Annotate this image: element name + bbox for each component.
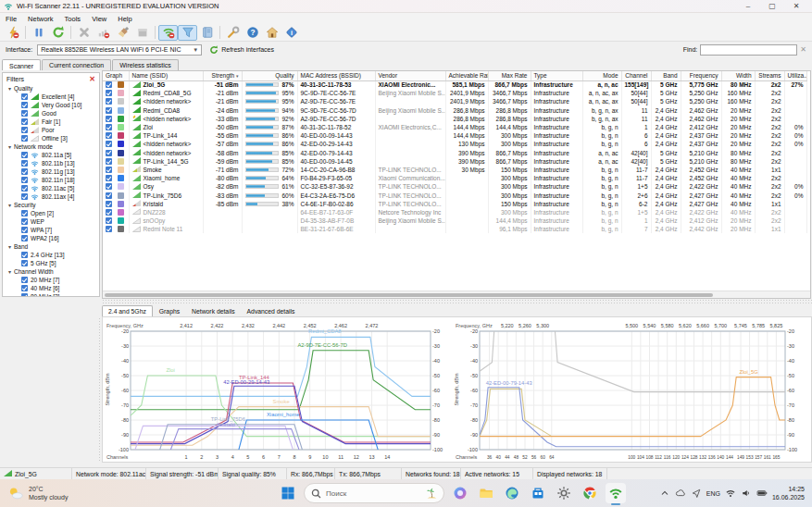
column-header-channel[interactable]: Channel xyxy=(621,71,651,80)
filter-item[interactable]: Very Good [10] xyxy=(3,101,99,109)
table-row[interactable]: TP-Link_144_5G-59 dBm85%40-ED-00-09-14-4… xyxy=(103,157,806,166)
taskbar-copilot[interactable] xyxy=(450,483,470,503)
table-row[interactable]: Redmi_CDA8_5G-21 dBm95%9C-9D-7E-CC-56-7E… xyxy=(103,89,806,97)
checkbox-checked[interactable] xyxy=(106,201,112,207)
filter-item[interactable]: WPA2 [16] xyxy=(3,234,99,242)
clear-find-icon[interactable]: ✕ xyxy=(800,45,806,54)
checkbox-checked[interactable] xyxy=(21,185,28,192)
collapse-icon[interactable]: ▾ xyxy=(8,243,11,250)
column-header-utiliza-[interactable]: Utiliza... xyxy=(784,71,806,80)
checkbox-checked[interactable] xyxy=(106,98,112,105)
refresh-interfaces-button[interactable]: Refresh interfaces xyxy=(209,45,274,55)
column-header-mac-address-bssid-[interactable]: MAC Address (BSSID) xyxy=(297,71,375,80)
toolbar-pause-scan-button[interactable] xyxy=(29,25,48,41)
menu-view[interactable]: View xyxy=(86,15,112,23)
toolbar-homepage-button[interactable] xyxy=(262,25,281,41)
checkbox-checked[interactable] xyxy=(21,102,28,108)
checkbox-checked[interactable] xyxy=(106,81,112,88)
toolbar-help-button[interactable]: ? xyxy=(243,25,262,41)
checkbox-checked[interactable] xyxy=(21,152,28,158)
toolbar-options-button[interactable] xyxy=(223,25,243,41)
column-header-strength[interactable]: Strength ▾ xyxy=(203,71,242,80)
checkbox-checked[interactable] xyxy=(106,116,112,122)
checkbox-checked[interactable] xyxy=(21,252,28,258)
table-row[interactable]: Osy-82 dBm61%CC-32-E5-87-36-92TP-LINK TE… xyxy=(103,182,806,191)
checkbox-checked[interactable] xyxy=(106,132,112,139)
filter-item[interactable]: 802.11n [18] xyxy=(3,176,99,184)
checkbox-checked[interactable] xyxy=(106,90,112,96)
toolbar-archive-button[interactable] xyxy=(132,25,152,41)
menu-tools[interactable]: Tools xyxy=(59,15,87,23)
checkbox-checked[interactable] xyxy=(106,209,112,216)
toolbar-clear-list-button[interactable] xyxy=(113,25,132,41)
table-row[interactable]: <hidden network>-57 dBm86%42-ED-00-29-14… xyxy=(103,140,806,148)
taskbar-wifi-scanner-app[interactable] xyxy=(606,483,626,503)
taskbar-chrome[interactable] xyxy=(580,483,600,503)
horizontal-scrollbar[interactable] xyxy=(103,291,810,298)
maximize-button[interactable]: ▢ xyxy=(760,0,784,12)
checkbox-checked[interactable] xyxy=(106,107,112,114)
column-header-band[interactable]: Band xyxy=(651,71,681,80)
collapse-icon[interactable]: ▾ xyxy=(8,268,11,275)
taskbar-clock[interactable]: 14:2516.06.2025 xyxy=(772,485,805,501)
menu-help[interactable]: Help xyxy=(112,15,137,23)
table-row[interactable]: Zloi-50 dBm87%40-31-3C-11-78-52XIAOMI El… xyxy=(103,123,806,131)
toolbar-signal-level-button[interactable] xyxy=(94,25,113,41)
close-button[interactable]: ✕ xyxy=(784,0,808,12)
filter-item[interactable]: Offline [3] xyxy=(3,134,99,142)
taskbar-windows-start[interactable] xyxy=(278,483,298,503)
toolbar-delete-button[interactable] xyxy=(74,25,94,41)
tray-tray-chevron-icon[interactable] xyxy=(659,488,670,499)
toolbar-about-button[interactable]: i xyxy=(281,25,301,41)
chart-tab-2-4-and-5ghz[interactable]: 2.4 and 5Ghz xyxy=(102,305,153,316)
filter-item[interactable]: 80 MHz [3] xyxy=(3,292,99,297)
checkbox-checked[interactable] xyxy=(21,235,28,241)
checkbox-checked[interactable] xyxy=(106,192,112,199)
filter-item[interactable]: 20 MHz [7] xyxy=(3,276,99,284)
taskbar-edge[interactable] xyxy=(502,483,522,503)
checkbox-checked[interactable] xyxy=(106,226,112,232)
checkbox-checked[interactable] xyxy=(106,158,112,165)
filter-group-network-mode[interactable]: ▾Network mode xyxy=(3,142,99,151)
filter-item[interactable]: 802.11ac [5] xyxy=(3,184,99,192)
checkbox-checked[interactable] xyxy=(21,110,28,117)
toolbar-journal-button[interactable] xyxy=(197,25,217,41)
checkbox-checked[interactable] xyxy=(21,93,28,100)
filter-item[interactable]: 5 GHz [5] xyxy=(3,259,99,267)
table-row[interactable]: TP-Link_144-55 dBm86%40-ED-00-09-14-4314… xyxy=(103,131,806,140)
checkbox-checked[interactable] xyxy=(21,210,28,216)
filter-item[interactable]: WPA [7] xyxy=(3,226,99,234)
taskbar-weather[interactable]: 20°CMostly cloudy xyxy=(0,485,185,501)
table-row[interactable]: snOOpyD4-35-38-AB-F7-0BBeijing Xiaomi Mo… xyxy=(103,216,806,225)
chart-tab-advanced-details[interactable]: Advanced details xyxy=(242,306,301,316)
table-row[interactable]: <hidden network>-21 dBm95%A2-9D-7E-CC-56… xyxy=(103,97,806,105)
toolbar-filters-toggle-button[interactable] xyxy=(178,25,197,41)
checkbox-checked[interactable] xyxy=(21,135,28,142)
menu-network[interactable]: Network xyxy=(22,15,59,23)
tray-onedrive-cloud-icon[interactable] xyxy=(675,488,686,499)
checkbox-checked[interactable] xyxy=(21,227,28,233)
checkbox-checked[interactable] xyxy=(106,183,112,190)
checkbox-checked[interactable] xyxy=(21,177,28,183)
checkbox-checked[interactable] xyxy=(21,218,28,225)
checkbox-checked[interactable] xyxy=(106,150,112,156)
scrollbar-thumb[interactable] xyxy=(105,293,713,297)
table-row[interactable]: Zloi_5G-51 dBm87%40-31-3C-11-78-53XIAOMI… xyxy=(103,80,806,89)
tray-wifi-icon[interactable] xyxy=(725,488,736,499)
menu-file[interactable]: File xyxy=(0,15,22,23)
close-filters-icon[interactable]: ✕ xyxy=(89,75,95,83)
filter-group-quality[interactable]: ▾Quality xyxy=(3,84,99,93)
tray-battery-icon[interactable] xyxy=(756,488,768,499)
toolbar-show-inactive-networks-button[interactable] xyxy=(158,25,178,41)
checkbox-checked[interactable] xyxy=(106,141,112,147)
filter-item[interactable]: WEP xyxy=(3,217,99,226)
filter-item[interactable]: 802.11a [5] xyxy=(3,151,99,159)
filter-group-band[interactable]: ▾Band xyxy=(3,242,99,251)
taskbar-file-explorer[interactable] xyxy=(476,483,496,503)
checkbox-checked[interactable] xyxy=(21,118,28,125)
filter-item[interactable]: Open [2] xyxy=(3,209,99,217)
checkbox-checked[interactable] xyxy=(21,168,28,175)
table-row[interactable]: <hidden network>-58 dBm85%42-ED-00-79-14… xyxy=(103,149,806,157)
filter-item[interactable]: Fair [1] xyxy=(3,117,99,126)
column-header-achievable-rate[interactable]: Achievable Rate xyxy=(445,71,488,80)
